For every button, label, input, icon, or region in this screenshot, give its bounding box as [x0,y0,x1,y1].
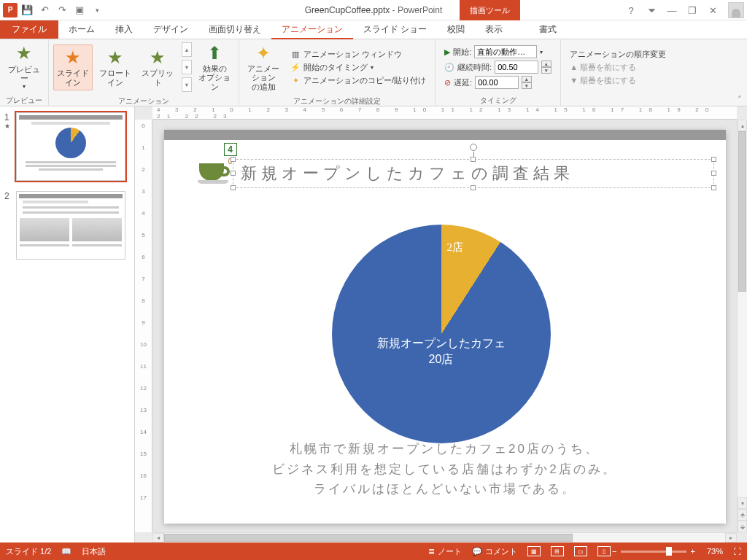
star-icon: ★ [150,48,166,67]
preview-button[interactable]: ★ プレビュー▾ [4,41,44,93]
tab-insert[interactable]: 挿入 [105,20,143,39]
restore-icon[interactable]: ❐ [683,2,702,18]
resize-handle[interactable] [231,171,236,176]
prev-slide-icon[interactable]: ⬘ [738,509,747,521]
title-text-box[interactable]: 新規オープンしたカフェの調査結果 [233,159,714,188]
rotate-handle[interactable] [470,144,477,151]
resize-handle[interactable] [711,157,716,162]
animation-split[interactable]: ★ スプリット [138,45,177,90]
tab-view[interactable]: 表示 [475,20,513,39]
tab-home[interactable]: ホーム [58,20,105,39]
scroll-left-icon[interactable]: ◂ [152,533,164,542]
slideshow-view-icon[interactable]: ▯ [597,546,611,556]
up-triangle-icon: ▲ [570,63,578,71]
resize-handle[interactable] [231,157,236,162]
spellcheck-icon[interactable]: 📖 [61,547,71,556]
tab-animations[interactable]: アニメーション [271,20,353,39]
vertical-scrollbar[interactable]: ▴ ▾ ⬘ ⬙ [737,120,747,532]
minimize-icon[interactable]: — [662,2,681,18]
pie-chart[interactable]: 2店 新規オープンしたカフェ 20店 [332,225,551,443]
animation-slidein[interactable]: ★ スライドイン [53,44,93,90]
trigger-button[interactable]: ⚡開始のタイミング▾ [290,62,426,73]
star-icon: ★ [107,48,123,67]
scroll-down-icon[interactable]: ▾ [738,497,747,509]
user-avatar-icon[interactable] [728,2,744,18]
qat-dropdown-icon[interactable]: ▾ [89,2,105,18]
delay-icon: ⊘ [444,78,451,88]
help-icon[interactable]: ? [622,2,640,18]
sorter-view-icon[interactable]: ⊞ [551,546,564,556]
delay-input[interactable] [475,76,519,89]
add-animation-icon: ✦ [256,44,271,63]
tab-transitions[interactable]: 画面切り替え [198,20,271,39]
thumbnail-2[interactable]: 2 [4,191,130,260]
add-animation-button[interactable]: ✦ アニメーション の追加 [244,41,283,94]
advanced-animation-list: ▥アニメーション ウィンドウ ⚡開始のタイミング▾ ✦アニメーションのコピー/貼… [286,47,430,88]
fit-to-window-icon[interactable]: ⛶ [733,547,741,556]
reading-view-icon[interactable]: ▭ [574,546,587,556]
scroll-thumb[interactable] [164,534,573,542]
ribbon-display-icon[interactable]: ⏷ [642,2,661,18]
thumbnail-1-preview [16,112,125,181]
tab-format[interactable]: 書式 [529,20,567,39]
thumbnail-1[interactable]: 1★ [4,112,130,181]
collapse-ribbon-icon[interactable]: ˄ [732,39,747,106]
slide-body-text[interactable]: 札幌市で新規オープンしたカフェ20店のうち、 ビジネス利用を想定している店舗はわ… [164,439,726,499]
redo-icon[interactable]: ↷ [54,2,70,18]
delay-spinner[interactable]: ▴▾ [522,76,532,89]
animation-painter-button[interactable]: ✦アニメーションのコピー/貼り付け [290,75,426,86]
scroll-right-icon[interactable]: ▸ [725,533,737,542]
pie-chart-graphic: 2店 新規オープンしたカフェ 20店 [332,225,551,443]
comments-button[interactable]: 💬コメント [472,546,517,557]
undo-icon[interactable]: ↶ [36,2,53,18]
resize-handle[interactable] [711,171,716,176]
clock-icon: 🕘 [444,63,454,72]
timing-start-row: ▶開始:▾ [444,45,551,58]
language-indicator[interactable]: 日本語 [82,546,106,557]
effect-options-button[interactable]: ⬆ 効果の オプション [195,41,234,94]
comment-icon: 💬 [472,547,482,556]
scroll-up-icon[interactable]: ▴ [738,120,747,131]
pie-label-large: 新規オープンしたカフェ 20店 [332,335,551,368]
coffee-cup-icon [198,158,230,184]
scroll-thumb[interactable] [738,131,746,292]
save-icon[interactable]: 💾 [19,2,35,18]
tab-design[interactable]: デザイン [143,20,198,39]
reorder-header: アニメーションの順序変更 [570,49,666,60]
resize-handle[interactable] [711,185,716,190]
animation-pane-button[interactable]: ▥アニメーション ウィンドウ [290,49,426,60]
resize-handle[interactable] [471,185,476,190]
slide-indicator[interactable]: スライド 1/2 [6,546,51,557]
animation-floatin[interactable]: ★ フロートイン [96,45,135,90]
duration-input[interactable] [495,61,538,74]
down-triangle-icon: ▼ [570,76,578,85]
window-controls: ? ⏷ — ❐ ✕ [622,0,744,20]
status-bar: スライド 1/2 📖 日本語 ≣ノート 💬コメント ▦ ⊞ ▭ ▯ 73% ⛶ [0,542,747,560]
resize-handle[interactable] [231,185,236,190]
next-slide-icon[interactable]: ⬙ [738,521,747,532]
vertical-ruler: 01234567891011121314151617 [135,120,152,532]
animation-gallery-scroll[interactable]: ▴▾▾ [182,42,192,92]
workspace: 1★ 2 4 3 2 1 0 1 2 3 4 5 6 7 8 9 10 11 1… [0,106,747,542]
duration-spinner[interactable]: ▴▾ [541,61,551,74]
slide-editor: 4 3 2 1 0 1 2 3 4 5 6 7 8 9 10 11 12 13 … [135,106,747,542]
tab-review[interactable]: 校閲 [437,20,475,39]
resize-handle[interactable] [471,157,476,162]
zoom-thumb[interactable] [666,547,672,556]
start-select[interactable] [474,45,537,58]
horizontal-scrollbar[interactable]: ◂ ▸ [152,532,737,542]
canvas-area[interactable]: 4 0 新規オープンしたカフェの調査結果 2店 [152,120,737,532]
start-slideshow-icon[interactable]: ▣ [71,2,88,18]
notes-button[interactable]: ≣ノート [428,546,462,557]
arrow-up-icon: ⬆ [207,44,222,63]
move-earlier-button[interactable]: ▲ 順番を前にする [570,62,666,73]
close-icon[interactable]: ✕ [703,2,722,18]
tab-file[interactable]: ファイル [0,20,58,39]
normal-view-icon[interactable]: ▦ [527,546,541,556]
timing-delay-row: ⊘遅延:▴▾ [444,76,551,89]
zoom-slider[interactable] [621,551,686,553]
tab-slideshow[interactable]: スライド ショー [353,20,437,39]
thumbnail-2-preview [16,191,125,260]
zoom-percent[interactable]: 73% [707,547,723,556]
move-later-button[interactable]: ▼ 順番を後にする [570,75,666,86]
